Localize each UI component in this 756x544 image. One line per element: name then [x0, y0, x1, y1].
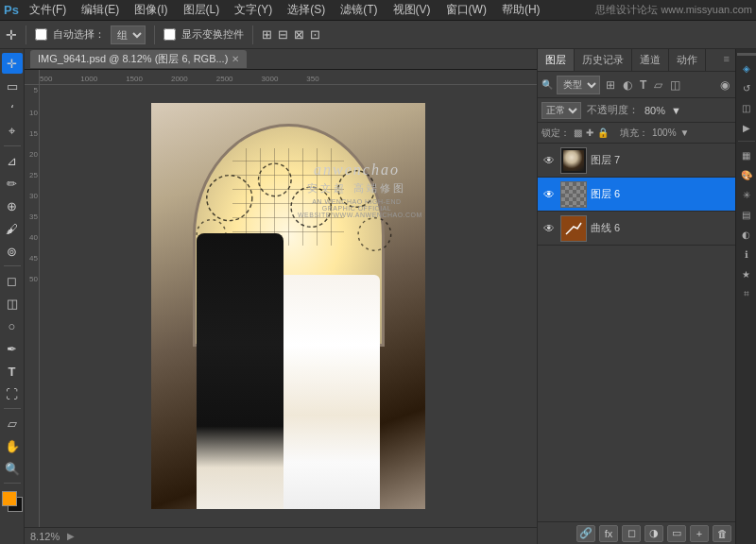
filter-pixel-icon[interactable]: ⊞ — [604, 76, 617, 94]
auto-select-checkbox[interactable] — [35, 28, 47, 41]
tool-lasso[interactable]: ʻ — [2, 98, 23, 119]
menu-edit[interactable]: 编辑(E) — [78, 1, 122, 19]
menu-help[interactable]: 帮助(H) — [499, 1, 543, 19]
blend-mode-select[interactable]: 正常 — [541, 102, 581, 119]
layers-lock-row: 锁定： ▩ ✚ 🔒 填充： 100% ▼ — [538, 123, 735, 144]
layer-7-visibility[interactable]: 👁 — [541, 153, 557, 168]
menu-select[interactable]: 选择(S) — [284, 1, 328, 19]
layer-item-7[interactable]: 👁 图层 7 — [538, 144, 735, 178]
tool-path-select[interactable]: ⛶ — [2, 383, 23, 404]
tool-dodge[interactable]: ○ — [2, 315, 23, 336]
menu-bar: Ps 文件(F) 编辑(E) 图像(I) 图层(L) 文字(Y) 选择(S) 滤… — [0, 0, 756, 21]
align-center-icon[interactable]: ⊟ — [278, 27, 288, 42]
layer-item-curve[interactable]: 👁 曲线 6 — [538, 212, 735, 246]
lock-position-icon[interactable]: ✚ — [586, 128, 593, 138]
tool-text[interactable]: T — [2, 361, 23, 382]
show-transform-checkbox[interactable] — [163, 28, 176, 41]
new-group-btn[interactable]: ▭ — [667, 525, 686, 542]
tab-layers[interactable]: 图层 — [538, 49, 575, 71]
filter-smart-icon[interactable]: ◫ — [668, 76, 682, 94]
menu-layer[interactable]: 图层(L) — [180, 1, 223, 19]
ruler-h-tick-500: 500 — [40, 75, 52, 83]
link-layers-btn[interactable]: 🔗 — [576, 525, 595, 542]
menu-file[interactable]: 文件(F) — [26, 1, 69, 19]
fr-info-btn[interactable]: ℹ — [737, 245, 756, 264]
fill-label: 填充： — [620, 127, 648, 140]
fr-adjustments-btn[interactable]: ◐ — [737, 225, 756, 244]
menu-filter[interactable]: 滤镜(T) — [337, 1, 380, 19]
menu-window[interactable]: 窗口(W) — [443, 1, 490, 19]
tool-quick-select[interactable]: ⌖ — [2, 121, 23, 142]
fr-histogram-btn[interactable]: ▦ — [737, 145, 756, 164]
fill-arrow[interactable]: ▼ — [680, 128, 690, 138]
menu-image[interactable]: 图像(I) — [131, 1, 170, 19]
filter-text-icon[interactable]: T — [638, 76, 648, 94]
tool-rectangle[interactable]: ▱ — [2, 413, 23, 434]
tool-brush[interactable]: 🖌 — [2, 218, 23, 239]
tool-healing[interactable]: ⊕ — [2, 196, 23, 216]
fr-history-btn[interactable]: ↺ — [737, 78, 756, 97]
tab-channels[interactable]: 通道 — [632, 49, 669, 71]
fr-navigator-btn[interactable]: ✳ — [737, 185, 756, 204]
foreground-color[interactable] — [2, 491, 17, 506]
fr-paths-btn[interactable]: ⌗ — [737, 284, 756, 303]
color-swatches[interactable] — [2, 491, 23, 512]
fr-actions-btn[interactable]: ▶ — [737, 118, 756, 137]
ruler-corner — [25, 70, 40, 85]
delete-layer-btn[interactable]: 🗑 — [713, 525, 731, 542]
tool-eraser[interactable]: ◻ — [2, 270, 23, 291]
ruler-h-tick-1500: 1500 — [126, 75, 143, 83]
filter-adjust-icon[interactable]: ◐ — [621, 76, 634, 94]
canvas-and-rulers: 5 10 15 20 25 30 35 40 45 50 — [25, 85, 537, 527]
filter-toggle[interactable]: ◉ — [718, 76, 731, 94]
auto-select-dropdown[interactable]: 组 — [111, 26, 146, 44]
fr-channels-btn[interactable]: ◫ — [737, 98, 756, 117]
fr-layers-btn[interactable]: ◈ — [737, 59, 756, 77]
curve-thumbnail — [560, 215, 587, 242]
add-style-btn[interactable]: fx — [599, 525, 618, 542]
canvas-tab-item[interactable]: IMG_9641.psd @ 8.12% (图层 6, RGB...) ✕ — [30, 50, 247, 68]
filter-shape-icon[interactable]: ▱ — [652, 76, 664, 94]
tool-zoom[interactable]: 🔍 — [2, 458, 23, 479]
tab-actions[interactable]: 动作 — [669, 49, 706, 71]
tool-marquee[interactable]: ▭ — [2, 76, 23, 96]
lock-pixels-icon[interactable]: ▩ — [574, 128, 582, 138]
menu-view[interactable]: 视图(V) — [390, 1, 434, 19]
menu-text[interactable]: 文字(Y) — [232, 1, 275, 19]
center-right: IMG_9641.psd @ 8.12% (图层 6, RGB...) ✕ 50… — [25, 49, 756, 544]
align-right-icon[interactable]: ⊠ — [294, 27, 304, 42]
lock-all-icon[interactable]: 🔒 — [597, 128, 609, 138]
tab-history[interactable]: 历史记录 — [575, 49, 632, 71]
auto-select-label: 自动选择： — [53, 27, 105, 42]
distribute-icon[interactable]: ⊡ — [310, 27, 320, 42]
fr-styles-btn[interactable]: ★ — [737, 264, 756, 283]
fr-color-btn[interactable]: 🎨 — [737, 165, 756, 184]
tool-crop[interactable]: ⊿ — [2, 150, 23, 171]
tool-separator-2 — [4, 265, 21, 266]
curve-visibility[interactable]: 👁 — [541, 221, 557, 236]
fr-swatches-btn[interactable]: ▤ — [737, 205, 756, 224]
opacity-arrow[interactable]: ▼ — [671, 105, 681, 116]
layers-panel-menu[interactable]: ≡ — [718, 49, 735, 71]
align-left-icon[interactable]: ⊞ — [262, 27, 272, 42]
site-label: 思维设计论坛 www.missyuan.com — [595, 3, 752, 17]
panel-collapse-handle[interactable] — [737, 53, 756, 56]
add-mask-btn[interactable]: ◻ — [622, 525, 641, 542]
canvas-tab-close[interactable]: ✕ — [232, 54, 239, 64]
tool-eyedropper[interactable]: ✏ — [2, 173, 23, 194]
tool-separator-3 — [4, 408, 21, 409]
tool-clone[interactable]: ⊚ — [2, 241, 23, 262]
layer-6-visibility[interactable]: 👁 — [541, 187, 557, 202]
canvas-content[interactable]: anwenchao 安文超 高端修图 AN WENCHAO HIGH-END G… — [40, 85, 537, 527]
tool-gradient[interactable]: ◫ — [2, 293, 23, 314]
layer-filter-select[interactable]: 类型 — [557, 76, 600, 94]
tool-hand[interactable]: ✋ — [2, 435, 23, 456]
layer-item-6[interactable]: 👁 图层 6 — [538, 178, 735, 212]
tool-pen[interactable]: ✒ — [2, 338, 23, 359]
new-fill-btn[interactable]: ◑ — [644, 525, 663, 542]
toolbar-separator-1 — [26, 26, 26, 44]
new-layer-btn[interactable]: + — [690, 525, 709, 542]
tool-move[interactable]: ✛ — [2, 53, 23, 74]
zoom-level: 8.12% — [30, 531, 60, 542]
toolbar-separator-3 — [252, 26, 253, 44]
